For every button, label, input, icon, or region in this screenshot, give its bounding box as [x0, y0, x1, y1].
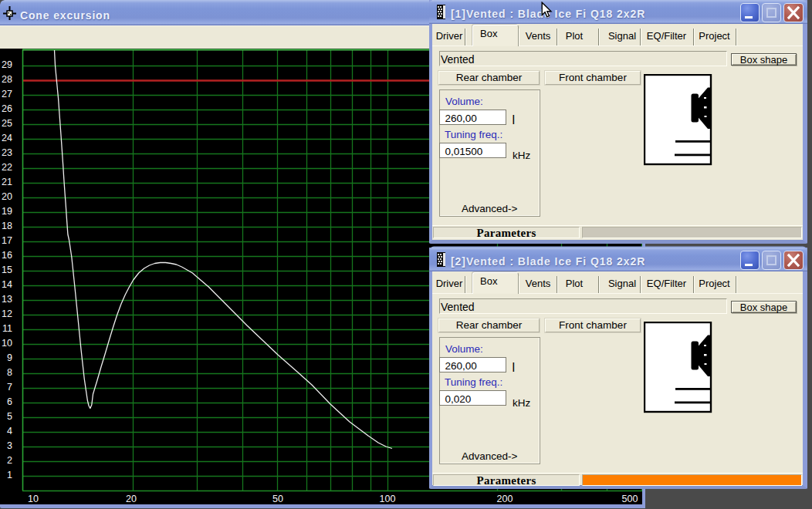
- svg-text:10: 10: [28, 494, 39, 504]
- svg-text:1: 1: [7, 470, 12, 480]
- svg-text:6: 6: [7, 396, 12, 407]
- svg-text:200: 200: [497, 494, 513, 504]
- svg-text:19: 19: [2, 206, 12, 217]
- svg-text:14: 14: [2, 279, 12, 290]
- svg-text:29: 29: [2, 59, 12, 70]
- svg-text:4: 4: [7, 426, 12, 437]
- svg-text:11: 11: [2, 323, 12, 334]
- svg-text:9: 9: [7, 352, 12, 363]
- svg-text:3: 3: [7, 440, 12, 451]
- svg-text:20: 20: [126, 494, 137, 504]
- svg-text:500: 500: [622, 494, 638, 504]
- svg-text:23: 23: [2, 147, 12, 158]
- svg-text:10: 10: [2, 338, 12, 349]
- svg-text:2: 2: [7, 455, 12, 466]
- svg-text:21: 21: [2, 177, 12, 187]
- svg-text:7: 7: [7, 382, 12, 393]
- svg-text:12: 12: [2, 308, 12, 319]
- svg-text:15: 15: [2, 265, 12, 275]
- svg-text:100: 100: [380, 494, 396, 504]
- svg-text:13: 13: [2, 294, 12, 305]
- svg-text:5: 5: [7, 411, 12, 422]
- svg-text:27: 27: [2, 89, 12, 99]
- svg-text:50: 50: [272, 494, 283, 504]
- svg-text:18: 18: [2, 221, 12, 231]
- svg-text:25: 25: [2, 118, 12, 129]
- svg-text:17: 17: [2, 235, 12, 246]
- svg-text:28: 28: [2, 74, 12, 85]
- svg-text:20: 20: [2, 191, 12, 202]
- svg-text:22: 22: [2, 162, 12, 173]
- svg-text:16: 16: [2, 250, 12, 261]
- svg-text:26: 26: [2, 103, 12, 114]
- svg-text:24: 24: [2, 133, 12, 143]
- svg-text:8: 8: [7, 367, 12, 378]
